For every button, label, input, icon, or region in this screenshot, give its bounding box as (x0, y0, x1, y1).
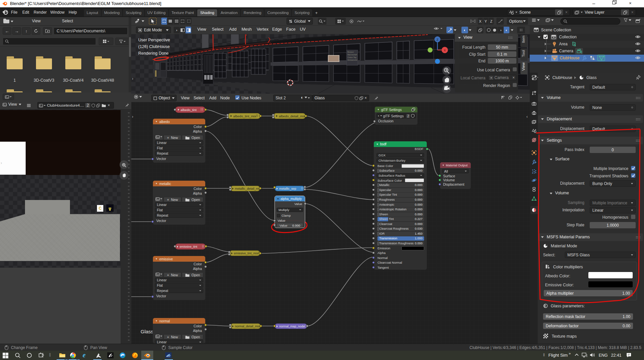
svg-text:Bonjour: Bonjour (347, 51, 354, 53)
svg-text:Cotton Tag: Cotton Tag (347, 56, 356, 58)
svg-text:X: X (444, 49, 446, 52)
svg-text:Zebrastreife: Zebrastreife (347, 59, 357, 61)
svg-text:Mannschaft: Mannschaft (347, 54, 357, 56)
svg-text:Z: Z (436, 38, 438, 41)
